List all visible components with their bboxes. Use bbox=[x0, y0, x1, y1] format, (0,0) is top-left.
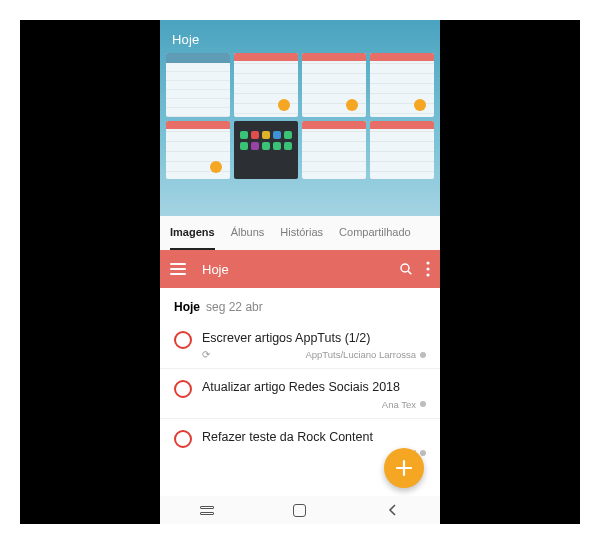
gallery-thumbnail[interactable] bbox=[234, 53, 298, 117]
task-project: AppTuts/Luciano Larrossa bbox=[305, 349, 426, 360]
svg-point-2 bbox=[426, 261, 429, 264]
more-icon[interactable] bbox=[426, 261, 430, 277]
gallery-thumbnail[interactable] bbox=[234, 121, 298, 179]
nav-recents-button[interactable] bbox=[196, 503, 218, 517]
nav-home-button[interactable] bbox=[289, 503, 311, 517]
date-header: Hojeseg 22 abr bbox=[160, 288, 440, 320]
gallery-thumbnail[interactable] bbox=[166, 121, 230, 179]
date-day: Hoje bbox=[174, 300, 200, 314]
gallery-tab-albuns[interactable]: Álbuns bbox=[231, 226, 265, 240]
svg-point-0 bbox=[401, 264, 409, 272]
todo-appbar: Hoje bbox=[160, 250, 440, 288]
gallery-app: Hoje bbox=[160, 20, 440, 250]
gallery-thumbnail[interactable] bbox=[370, 121, 434, 179]
svg-point-4 bbox=[426, 273, 429, 276]
image-frame: Hoje bbox=[0, 0, 600, 544]
gallery-tab-imagens[interactable]: Imagens bbox=[170, 226, 215, 240]
task-project: Ana Tex bbox=[382, 399, 426, 410]
gallery-thumbnail[interactable] bbox=[302, 53, 366, 117]
task-checkbox-icon[interactable] bbox=[174, 380, 192, 398]
project-dot-icon bbox=[420, 450, 426, 456]
project-dot-icon bbox=[420, 401, 426, 407]
gallery-thumbnail[interactable] bbox=[302, 121, 366, 179]
todo-title: Hoje bbox=[202, 262, 398, 277]
task-checkbox-icon[interactable] bbox=[174, 331, 192, 349]
svg-point-3 bbox=[426, 267, 429, 270]
date-full: seg 22 abr bbox=[206, 300, 263, 314]
project-dot-icon bbox=[420, 352, 426, 358]
task-list[interactable]: Escrever artigos AppTuts (1/2) ⟳ AppTuts… bbox=[160, 320, 440, 467]
letterbox: Hoje bbox=[20, 20, 580, 524]
svg-line-1 bbox=[408, 271, 411, 274]
gallery-thumbnail[interactable] bbox=[166, 53, 230, 117]
gallery-tab-historias[interactable]: Histórias bbox=[280, 226, 323, 240]
task-item[interactable]: Escrever artigos AppTuts (1/2) ⟳ AppTuts… bbox=[160, 320, 440, 369]
search-icon[interactable] bbox=[398, 261, 414, 277]
gallery-tabs: Imagens Álbuns Histórias Compartilhado bbox=[160, 216, 440, 250]
gallery-thumbnail-grid[interactable] bbox=[160, 53, 440, 216]
add-task-button[interactable] bbox=[384, 448, 424, 488]
menu-icon[interactable] bbox=[170, 263, 186, 275]
todo-app: Hoje Hojeseg 22 abr bbox=[160, 250, 440, 524]
task-title: Escrever artigos AppTuts (1/2) bbox=[202, 330, 426, 346]
phone-screen: Hoje bbox=[160, 20, 440, 524]
task-title: Refazer teste da Rock Content bbox=[202, 429, 426, 445]
gallery-heading: Hoje bbox=[160, 20, 440, 53]
gallery-thumbnail[interactable] bbox=[370, 53, 434, 117]
nav-back-button[interactable] bbox=[382, 503, 404, 517]
task-item[interactable]: Atualizar artigo Redes Sociais 2018 Ana … bbox=[160, 369, 440, 418]
gallery-tab-compartilhado[interactable]: Compartilhado bbox=[339, 226, 411, 240]
task-title: Atualizar artigo Redes Sociais 2018 bbox=[202, 379, 426, 395]
system-navbar bbox=[160, 496, 440, 524]
repeat-icon: ⟳ bbox=[202, 349, 210, 360]
task-checkbox-icon[interactable] bbox=[174, 430, 192, 448]
